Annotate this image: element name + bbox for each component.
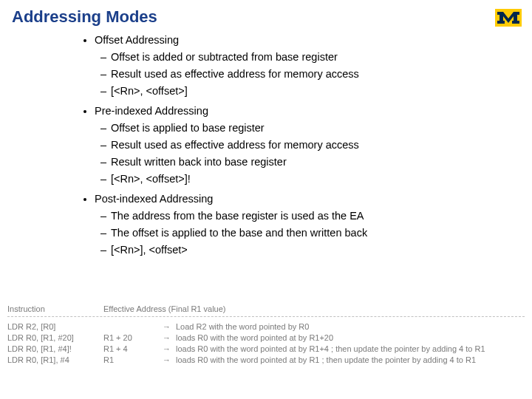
- table-row: LDR R0, [R1], #4 R1 → loads R0 with the …: [7, 355, 525, 366]
- table-header: Instruction Effective Address (Final R1 …: [7, 304, 525, 313]
- list-item: The offset is applied to the base and th…: [111, 225, 502, 241]
- arrow-icon: →: [163, 321, 176, 332]
- list-item: [<Rn>], <offset>: [111, 242, 502, 258]
- top-list: Offset Addressing Offset is added or sub…: [74, 33, 502, 258]
- table-separator: [7, 316, 525, 317]
- cell-instr: LDR R0, [R1], #4: [7, 355, 103, 366]
- svg-rect-0: [495, 9, 522, 27]
- list-item: Result used as effective address for mem…: [111, 66, 502, 82]
- slide: Addressing Modes Offset Addressing Offse…: [0, 0, 532, 399]
- section-heading: Pre-indexed Addressing: [95, 105, 208, 117]
- section-postindexed: Post-indexed Addressing The address from…: [95, 191, 502, 258]
- bullet-content: Offset Addressing Offset is added or sub…: [74, 33, 502, 262]
- list-item: [<Rn>, <offset>]!: [111, 171, 502, 187]
- th-instruction: Instruction: [7, 304, 103, 313]
- page-title: Addressing Modes: [12, 7, 157, 27]
- arrow-icon: →: [163, 355, 176, 366]
- example-table: Instruction Effective Address (Final R1 …: [7, 304, 525, 365]
- list-item: Offset is applied to base register: [111, 120, 502, 136]
- section-offset: Offset Addressing Offset is added or sub…: [95, 33, 502, 99]
- table-row: LDR R0, [R1, #20] R1 + 20 → loads R0 wit…: [7, 332, 525, 344]
- cell-instr: LDR R0, [R1, #4]!: [7, 344, 103, 355]
- section-heading: Post-indexed Addressing: [95, 193, 213, 205]
- list-item: Result written back into base register: [111, 154, 502, 170]
- list-item: Result used as effective address for mem…: [111, 137, 502, 153]
- sub-list: Offset is added or subtracted from base …: [95, 50, 502, 99]
- cell-desc: loads R0 with the word pointed at by R1+…: [176, 332, 525, 344]
- section-heading: Offset Addressing: [95, 34, 179, 46]
- cell-instr: LDR R0, [R1, #20]: [7, 332, 103, 344]
- block-m-icon: [495, 9, 522, 27]
- list-item: The address from the base register is us…: [111, 208, 502, 224]
- cell-desc: Load R2 with the word pointed by R0: [176, 321, 525, 332]
- cell-ea: R1 + 4: [103, 344, 163, 355]
- cell-desc: loads R0 with the word pointed at by R1 …: [176, 355, 525, 366]
- arrow-icon: →: [163, 344, 176, 355]
- list-item: Offset is added or subtracted from base …: [111, 50, 502, 65]
- section-preindexed: Pre-indexed Addressing Offset is applied…: [95, 103, 502, 187]
- table-row: LDR R0, [R1, #4]! R1 + 4 → loads R0 with…: [7, 344, 525, 355]
- cell-desc: loads R0 with the word pointed at by R1+…: [176, 344, 525, 355]
- cell-ea: R1 + 20: [103, 332, 163, 344]
- sub-list: Offset is applied to base register Resul…: [95, 120, 502, 187]
- sub-list: The address from the base register is us…: [95, 208, 502, 258]
- table-row: LDR R2, [R0] → Load R2 with the word poi…: [7, 321, 525, 332]
- th-ea: Effective Address (Final R1 value): [103, 304, 525, 313]
- arrow-icon: →: [163, 332, 176, 344]
- cell-instr: LDR R2, [R0]: [7, 321, 103, 332]
- umich-logo: [495, 9, 522, 27]
- cell-ea: R1: [103, 355, 163, 366]
- list-item: [<Rn>, <offset>]: [111, 83, 502, 99]
